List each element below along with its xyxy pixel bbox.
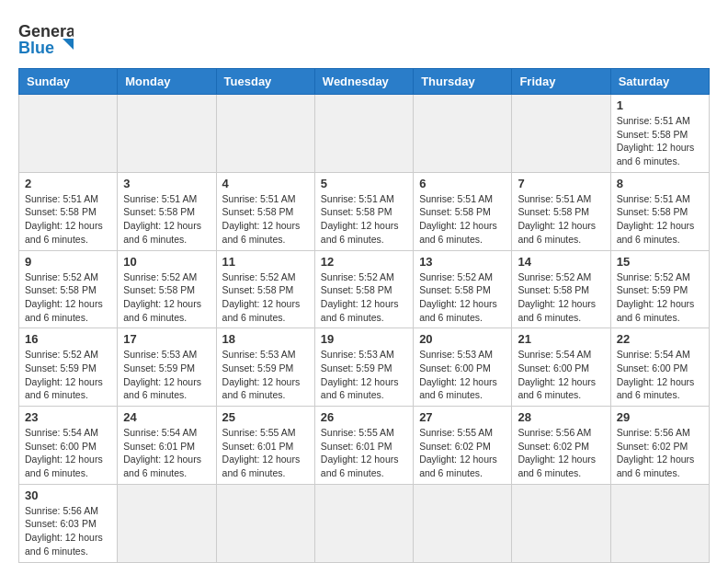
calendar-cell: [216, 484, 314, 562]
day-info: Sunrise: 5:53 AMSunset: 6:00 PMDaylight:…: [419, 348, 506, 402]
day-info: Sunrise: 5:54 AMSunset: 6:00 PMDaylight:…: [617, 348, 703, 402]
svg-text:General: General: [18, 22, 74, 40]
day-info: Sunrise: 5:55 AMSunset: 6:01 PMDaylight:…: [321, 426, 407, 480]
day-number: 15: [617, 255, 703, 269]
day-info: Sunrise: 5:52 AMSunset: 5:58 PMDaylight:…: [419, 270, 506, 325]
weekday-row: SundayMondayTuesdayWednesdayThursdayFrid…: [19, 69, 710, 95]
day-info: Sunrise: 5:51 AMSunset: 5:58 PMDaylight:…: [419, 192, 506, 247]
day-info: Sunrise: 5:52 AMSunset: 5:58 PMDaylight:…: [518, 270, 604, 325]
day-info: Sunrise: 5:52 AMSunset: 5:58 PMDaylight:…: [25, 270, 111, 325]
day-info: Sunrise: 5:56 AMSunset: 6:03 PMDaylight:…: [25, 504, 111, 558]
day-info: Sunrise: 5:51 AMSunset: 5:58 PMDaylight:…: [123, 192, 210, 247]
weekday-header-tuesday: Tuesday: [216, 69, 314, 95]
calendar-cell: [118, 95, 216, 173]
calendar-cell: 28Sunrise: 5:56 AMSunset: 6:02 PMDayligh…: [512, 407, 610, 485]
weekday-header-wednesday: Wednesday: [314, 69, 413, 95]
day-info: Sunrise: 5:51 AMSunset: 5:58 PMDaylight:…: [25, 192, 111, 247]
page-header: General Blue: [18, 18, 710, 59]
calendar-cell: [414, 95, 512, 173]
calendar-cell: 22Sunrise: 5:54 AMSunset: 6:00 PMDayligh…: [610, 328, 709, 407]
day-info: Sunrise: 5:55 AMSunset: 6:01 PMDaylight:…: [222, 426, 309, 480]
calendar-cell: [314, 95, 413, 173]
calendar-cell: 30Sunrise: 5:56 AMSunset: 6:03 PMDayligh…: [19, 484, 118, 562]
day-info: Sunrise: 5:54 AMSunset: 6:00 PMDaylight:…: [518, 348, 604, 402]
day-info: Sunrise: 5:52 AMSunset: 5:58 PMDaylight:…: [123, 270, 210, 325]
calendar-cell: 25Sunrise: 5:55 AMSunset: 6:01 PMDayligh…: [216, 407, 314, 485]
day-info: Sunrise: 5:51 AMSunset: 5:58 PMDaylight:…: [518, 192, 604, 247]
day-number: 8: [617, 177, 703, 190]
calendar-cell: 1Sunrise: 5:51 AMSunset: 5:58 PMDaylight…: [610, 95, 709, 173]
day-number: 16: [25, 332, 111, 346]
day-info: Sunrise: 5:54 AMSunset: 6:01 PMDaylight:…: [123, 426, 210, 480]
weekday-header-monday: Monday: [118, 69, 216, 95]
day-info: Sunrise: 5:55 AMSunset: 6:02 PMDaylight:…: [419, 426, 506, 480]
day-number: 13: [419, 255, 506, 269]
logo: General Blue: [18, 18, 74, 59]
calendar-cell: 14Sunrise: 5:52 AMSunset: 5:58 PMDayligh…: [512, 250, 610, 328]
weekday-header-sunday: Sunday: [19, 69, 118, 95]
calendar-week-3: 16Sunrise: 5:52 AMSunset: 5:59 PMDayligh…: [19, 328, 710, 407]
calendar-cell: 21Sunrise: 5:54 AMSunset: 6:00 PMDayligh…: [512, 328, 610, 407]
calendar-cell: [414, 484, 512, 562]
calendar-cell: 13Sunrise: 5:52 AMSunset: 5:58 PMDayligh…: [414, 250, 512, 328]
day-number: 27: [419, 410, 506, 424]
calendar-cell: 17Sunrise: 5:53 AMSunset: 5:59 PMDayligh…: [118, 328, 216, 407]
calendar-cell: [610, 484, 709, 562]
calendar-cell: 19Sunrise: 5:53 AMSunset: 5:59 PMDayligh…: [314, 328, 413, 407]
svg-marker-2: [63, 39, 74, 52]
calendar-cell: 26Sunrise: 5:55 AMSunset: 6:01 PMDayligh…: [314, 407, 413, 485]
day-number: 11: [222, 255, 309, 269]
calendar-cell: 8Sunrise: 5:51 AMSunset: 5:58 PMDaylight…: [610, 172, 709, 250]
day-number: 9: [25, 255, 111, 269]
day-number: 21: [518, 332, 604, 346]
calendar-cell: 2Sunrise: 5:51 AMSunset: 5:58 PMDaylight…: [19, 172, 118, 250]
day-info: Sunrise: 5:51 AMSunset: 5:58 PMDaylight:…: [321, 192, 407, 247]
day-number: 29: [617, 410, 703, 424]
calendar-cell: [314, 484, 413, 562]
calendar-cell: 24Sunrise: 5:54 AMSunset: 6:01 PMDayligh…: [118, 407, 216, 485]
day-info: Sunrise: 5:51 AMSunset: 5:58 PMDaylight:…: [617, 114, 703, 168]
day-info: Sunrise: 5:53 AMSunset: 5:59 PMDaylight:…: [123, 348, 210, 402]
day-number: 3: [123, 177, 210, 190]
svg-text:Blue: Blue: [18, 39, 54, 57]
day-info: Sunrise: 5:52 AMSunset: 5:59 PMDaylight:…: [25, 348, 111, 402]
weekday-header-friday: Friday: [512, 69, 610, 95]
calendar-cell: 3Sunrise: 5:51 AMSunset: 5:58 PMDaylight…: [118, 172, 216, 250]
calendar-week-1: 2Sunrise: 5:51 AMSunset: 5:58 PMDaylight…: [19, 172, 710, 250]
day-info: Sunrise: 5:52 AMSunset: 5:58 PMDaylight:…: [321, 270, 407, 325]
day-number: 18: [222, 332, 309, 346]
calendar-cell: [512, 484, 610, 562]
day-number: 17: [123, 332, 210, 346]
day-info: Sunrise: 5:52 AMSunset: 5:58 PMDaylight:…: [222, 270, 309, 325]
day-number: 7: [518, 177, 604, 190]
day-info: Sunrise: 5:56 AMSunset: 6:02 PMDaylight:…: [518, 426, 604, 480]
day-number: 25: [222, 410, 309, 424]
day-number: 22: [617, 332, 703, 346]
calendar-header: SundayMondayTuesdayWednesdayThursdayFrid…: [19, 69, 710, 95]
calendar-cell: 4Sunrise: 5:51 AMSunset: 5:58 PMDaylight…: [216, 172, 314, 250]
day-number: 5: [321, 177, 407, 190]
calendar-cell: 5Sunrise: 5:51 AMSunset: 5:58 PMDaylight…: [314, 172, 413, 250]
calendar-cell: [216, 95, 314, 173]
calendar-cell: 20Sunrise: 5:53 AMSunset: 6:00 PMDayligh…: [414, 328, 512, 407]
day-info: Sunrise: 5:53 AMSunset: 5:59 PMDaylight:…: [222, 348, 309, 402]
day-number: 19: [321, 332, 407, 346]
calendar-cell: 15Sunrise: 5:52 AMSunset: 5:59 PMDayligh…: [610, 250, 709, 328]
calendar-cell: 9Sunrise: 5:52 AMSunset: 5:58 PMDaylight…: [19, 250, 118, 328]
day-info: Sunrise: 5:51 AMSunset: 5:58 PMDaylight:…: [617, 192, 703, 247]
calendar-week-0: 1Sunrise: 5:51 AMSunset: 5:58 PMDaylight…: [19, 95, 710, 173]
calendar-cell: 27Sunrise: 5:55 AMSunset: 6:02 PMDayligh…: [414, 407, 512, 485]
calendar-body: 1Sunrise: 5:51 AMSunset: 5:58 PMDaylight…: [19, 95, 710, 563]
day-info: Sunrise: 5:52 AMSunset: 5:59 PMDaylight:…: [617, 270, 703, 325]
day-number: 28: [518, 410, 604, 424]
calendar-cell: [512, 95, 610, 173]
calendar-table: SundayMondayTuesdayWednesdayThursdayFrid…: [18, 68, 710, 563]
day-number: 30: [25, 488, 111, 502]
calendar-cell: 18Sunrise: 5:53 AMSunset: 5:59 PMDayligh…: [216, 328, 314, 407]
calendar-cell: 23Sunrise: 5:54 AMSunset: 6:00 PMDayligh…: [19, 407, 118, 485]
day-number: 2: [25, 177, 111, 190]
day-number: 1: [617, 98, 703, 112]
calendar-cell: 7Sunrise: 5:51 AMSunset: 5:58 PMDaylight…: [512, 172, 610, 250]
calendar-cell: 12Sunrise: 5:52 AMSunset: 5:58 PMDayligh…: [314, 250, 413, 328]
day-info: Sunrise: 5:51 AMSunset: 5:58 PMDaylight:…: [222, 192, 309, 247]
